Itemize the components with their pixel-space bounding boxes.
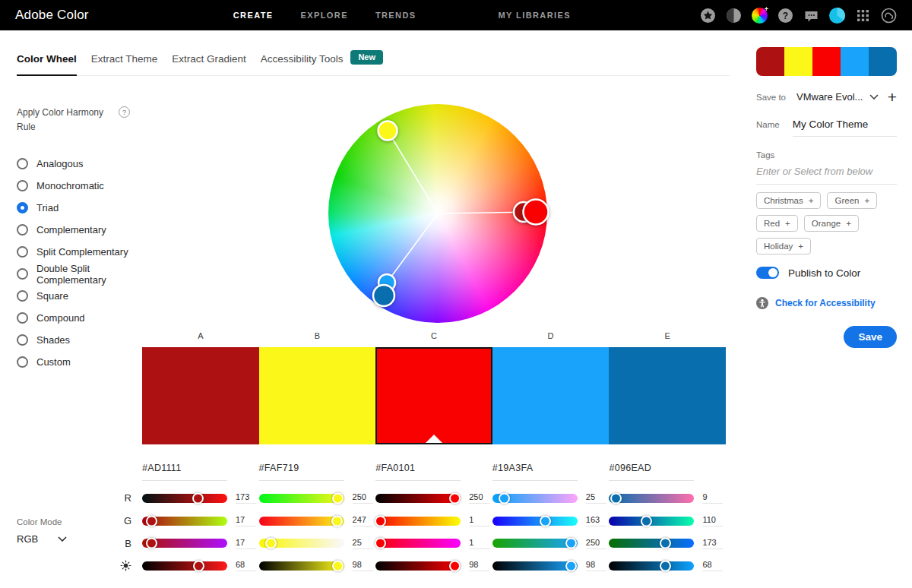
slider-handle[interactable] [146,538,157,549]
slider-value[interactable]: 250 [469,492,489,504]
slider-handle[interactable] [660,560,671,571]
slider-r-c[interactable] [375,494,461,503]
radio-split-complementary[interactable] [17,246,28,258]
creative-cloud-icon[interactable] [881,8,897,24]
slider-value[interactable]: 110 [702,515,723,526]
feedback-icon[interactable] [803,8,819,24]
slider-r-d[interactable] [492,494,578,503]
slider-value[interactable]: 25 [586,492,606,504]
hex-input-c[interactable]: #FA0101 [375,463,461,481]
harmony-option-monochromatic[interactable]: Monochromatic [17,175,147,197]
slider-handle[interactable] [375,515,386,526]
color-wheel-icon[interactable] [752,8,768,24]
tab-color-wheel[interactable]: Color Wheel [17,53,77,75]
radio-double-split-complementary[interactable] [17,268,28,280]
radio-compound[interactable] [17,312,28,324]
slider-value[interactable]: 25 [353,538,373,549]
add-library-button[interactable]: + [888,89,897,105]
swatch-d[interactable] [492,347,610,444]
slider-g-a[interactable] [142,517,227,526]
tab-extract-gradient[interactable]: Extract Gradient [172,53,246,75]
slider-value[interactable]: 173 [236,492,256,504]
tags-input[interactable]: Enter or Select from below [756,166,897,185]
nav-trends[interactable]: TRENDS [375,11,416,20]
hex-input-e[interactable]: #096EAD [609,463,694,481]
slider-value[interactable]: 9 [702,492,723,504]
tag-chip-holiday[interactable]: Holiday+ [756,238,811,254]
app-logo[interactable]: Adobe Color [15,8,89,23]
slider-g-d[interactable] [492,517,578,526]
check-accessibility-link[interactable]: Check for Accessibility [775,298,876,308]
slider-b-d[interactable] [492,539,578,548]
slider-g-b[interactable] [259,517,344,526]
slider-handle[interactable] [641,515,652,526]
hex-input-a[interactable]: #AD1111 [142,463,227,481]
star-icon[interactable] [700,8,716,24]
tab-extract-theme[interactable]: Extract Theme [91,53,158,75]
radio-triad[interactable] [17,202,28,213]
slider-value[interactable]: 98 [469,560,489,571]
slider-g-e[interactable] [609,517,694,526]
slider-handle[interactable] [449,560,461,571]
hex-input-d[interactable]: #19A3FA [492,463,578,481]
slider-handle[interactable] [660,538,671,549]
library-select[interactable]: VMware Evol... [796,91,863,103]
swatch-a[interactable] [142,347,259,444]
tab-accessibility-tools[interactable]: Accessibility ToolsNew [261,53,383,75]
slider-handle[interactable] [610,492,622,504]
slider-handle[interactable] [146,515,157,526]
tag-chip-green[interactable]: Green+ [827,192,877,209]
chevron-down-icon[interactable] [869,94,879,100]
user-avatar[interactable] [829,8,845,24]
hex-input-b[interactable]: #FAF719 [259,463,344,481]
slider-handle[interactable] [565,538,577,549]
slider-r-a[interactable] [142,494,227,503]
slider-handle[interactable] [540,515,551,526]
tag-chip-orange[interactable]: Orange+ [804,215,859,232]
slider-handle[interactable] [332,560,344,571]
slider-handle[interactable] [375,538,386,549]
wheel-handle-c[interactable] [524,200,549,225]
harmony-option-custom[interactable]: Custom [17,351,147,373]
harmony-option-double-split-complementary[interactable]: Double Split Complementary [17,263,147,285]
apps-grid-icon[interactable] [855,8,871,24]
slider-value[interactable]: 1 [469,515,489,526]
wheel-handle-e[interactable] [373,285,394,306]
nav-explore[interactable]: EXPLORE [301,11,348,20]
slider-brightness-d[interactable] [492,561,578,571]
radio-shades[interactable] [17,334,28,346]
harmony-option-square[interactable]: Square [17,285,147,307]
slider-b-b[interactable] [259,539,344,548]
radio-monochromatic[interactable] [17,180,28,191]
slider-value[interactable]: 250 [586,538,606,549]
strip-color-a[interactable] [756,47,784,76]
slider-value[interactable]: 173 [702,538,723,549]
slider-value[interactable]: 98 [586,560,606,571]
slider-brightness-b[interactable] [259,561,344,571]
slider-b-a[interactable] [142,539,227,548]
slider-b-e[interactable] [609,539,694,548]
harmony-option-compound[interactable]: Compound [17,307,147,329]
wheel-handle-b[interactable] [378,122,397,141]
strip-color-c[interactable] [812,47,841,76]
nav-create[interactable]: CREATE [233,11,274,20]
slider-value[interactable]: 1 [469,538,489,549]
slider-r-b[interactable] [259,494,344,503]
slider-brightness-a[interactable] [142,561,227,571]
strip-color-d[interactable] [841,47,869,76]
slider-handle[interactable] [332,492,344,504]
color-mode-select[interactable]: RGB [17,533,67,545]
strip-color-e[interactable] [869,47,897,76]
slider-value[interactable]: 250 [353,492,373,504]
slider-handle[interactable] [449,492,461,504]
harmony-option-split-complementary[interactable]: Split Complementary [17,241,147,263]
slider-value[interactable]: 98 [353,560,373,571]
save-button[interactable]: Save [844,326,897,348]
swatch-e[interactable] [609,347,726,444]
slider-handle[interactable] [192,492,204,504]
tag-chip-christmas[interactable]: Christmas+ [756,192,821,209]
harmony-option-complementary[interactable]: Complementary [17,219,147,241]
slider-value[interactable]: 17 [236,515,256,526]
harmony-option-triad[interactable]: Triad [17,197,147,219]
slider-handle[interactable] [499,492,510,504]
